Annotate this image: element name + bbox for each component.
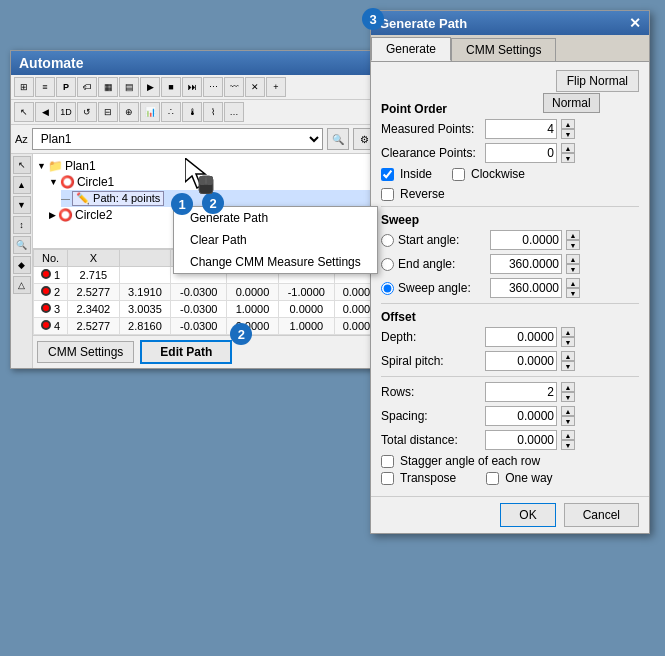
side-icon-2[interactable]: ▲ (13, 176, 31, 194)
point-order-label: Point Order (381, 102, 639, 116)
depth-row: Depth: ▲ ▼ (381, 327, 639, 347)
tab-generate[interactable]: Generate (371, 37, 451, 61)
sweep-angle-down[interactable]: ▼ (566, 288, 580, 298)
row-dot (41, 286, 51, 296)
dots2-icon[interactable]: ∴ (161, 102, 181, 122)
side-icon-6[interactable]: ◆ (13, 256, 31, 274)
start-angle-spinner: ▲ ▼ (566, 230, 580, 250)
cursor2-icon[interactable]: ⊕ (119, 102, 139, 122)
depth-label: Depth: (381, 330, 481, 344)
more-icon[interactable]: … (224, 102, 244, 122)
ok-button[interactable]: OK (500, 503, 555, 527)
dialog-close-button[interactable]: ✕ (629, 15, 641, 31)
depth-input[interactable] (485, 327, 557, 347)
side-icon-5[interactable]: 🔍 (13, 236, 31, 254)
total-distance-input[interactable] (485, 430, 557, 450)
stagger-checkbox[interactable] (381, 455, 394, 468)
end-angle-label: End angle: (398, 257, 455, 271)
flip-normal-button[interactable]: Flip Normal (556, 70, 639, 92)
spiral-pitch-down[interactable]: ▼ (561, 361, 575, 371)
sweep-angle-up[interactable]: ▲ (566, 278, 580, 288)
thermo-icon[interactable]: 🌡 (182, 102, 202, 122)
rows-up[interactable]: ▲ (561, 382, 575, 392)
sweep-angle-input[interactable] (490, 278, 562, 298)
cell-v1: 3.1910 (119, 284, 171, 301)
cancel-button[interactable]: Cancel (564, 503, 639, 527)
1d-btn[interactable]: 1D (56, 102, 76, 122)
start-angle-radio[interactable] (381, 234, 394, 247)
spiral-pitch-input[interactable] (485, 351, 557, 371)
measured-points-input[interactable] (485, 119, 557, 139)
one-way-checkbox[interactable] (486, 472, 499, 485)
step-icon[interactable]: ⏭ (182, 77, 202, 97)
start-angle-up[interactable]: ▲ (566, 230, 580, 240)
table2-icon[interactable]: ▤ (119, 77, 139, 97)
measured-points-down[interactable]: ▼ (561, 129, 575, 139)
side-icon-1[interactable]: ↖ (13, 156, 31, 174)
plan-dropdown[interactable]: Plan1 (32, 128, 323, 150)
sweep-label: Sweep (381, 213, 639, 227)
depth-up[interactable]: ▲ (561, 327, 575, 337)
end-angle-radio[interactable] (381, 258, 394, 271)
side-icon-3[interactable]: ▼ (13, 196, 31, 214)
inside-checkbox[interactable] (381, 168, 394, 181)
cell-v4: -1.0000 (278, 284, 334, 301)
rows-down[interactable]: ▼ (561, 392, 575, 402)
measured-points-up[interactable]: ▲ (561, 119, 575, 129)
cell-x: 2.5277 (68, 318, 120, 335)
stop-icon[interactable]: ■ (161, 77, 181, 97)
start-angle-input[interactable] (490, 230, 562, 250)
cmm-settings-button[interactable]: CMM Settings (37, 341, 134, 363)
depth-down[interactable]: ▼ (561, 337, 575, 347)
spiral-pitch-up[interactable]: ▲ (561, 351, 575, 361)
cell-v2: -0.0300 (171, 318, 227, 335)
svg-rect-2 (199, 176, 206, 185)
clearance-points-up[interactable]: ▲ (561, 143, 575, 153)
cross-icon[interactable]: ✕ (245, 77, 265, 97)
dialog-body: Flip Normal Point Order Measured Points:… (371, 62, 649, 496)
plus-icon[interactable]: + (266, 77, 286, 97)
end-angle-up[interactable]: ▲ (566, 254, 580, 264)
clockwise-checkbox[interactable] (452, 168, 465, 181)
loop-icon[interactable]: ↺ (77, 102, 97, 122)
spacing-up[interactable]: ▲ (561, 406, 575, 416)
tag-icon[interactable]: 🏷 (77, 77, 97, 97)
clearance-points-input[interactable] (485, 143, 557, 163)
context-clear-path[interactable]: Clear Path (174, 229, 377, 251)
spacing-label: Spacing: (381, 409, 481, 423)
dots-icon[interactable]: ⋯ (203, 77, 223, 97)
grid-icon[interactable]: ⊞ (14, 77, 34, 97)
bars-icon[interactable]: ⌇ (203, 102, 223, 122)
start-angle-down[interactable]: ▼ (566, 240, 580, 250)
end-angle-down[interactable]: ▼ (566, 264, 580, 274)
svg-rect-3 (206, 176, 213, 185)
cursor-icon[interactable]: ↖ (14, 102, 34, 122)
wave-icon[interactable]: 〰 (224, 77, 244, 97)
generate-path-dialog: Generate Path ✕ Generate CMM Settings Fl… (370, 10, 650, 534)
context-change-cmm[interactable]: Change CMM Measure Settings (174, 251, 377, 273)
play-icon[interactable]: ▶ (140, 77, 160, 97)
total-distance-down[interactable]: ▼ (561, 440, 575, 450)
p-btn[interactable]: P (56, 77, 76, 97)
transpose-checkbox[interactable] (381, 472, 394, 485)
side-icon-7[interactable]: △ (13, 276, 31, 294)
rows-input[interactable] (485, 382, 557, 402)
reverse-checkbox[interactable] (381, 188, 394, 201)
end-angle-input[interactable] (490, 254, 562, 274)
prev-icon[interactable]: ◀ (35, 102, 55, 122)
sweep-angle-radio[interactable] (381, 282, 394, 295)
spacing-input[interactable] (485, 406, 557, 426)
table-icon[interactable]: ▦ (98, 77, 118, 97)
spacing-down[interactable]: ▼ (561, 416, 575, 426)
start-angle-label: Start angle: (398, 233, 459, 247)
chart-icon[interactable]: 📊 (140, 102, 160, 122)
edit-path-button[interactable]: Edit Path (140, 340, 232, 364)
tab-cmm-settings[interactable]: CMM Settings (451, 38, 556, 61)
clearance-points-down[interactable]: ▼ (561, 153, 575, 163)
stagger-checkbox-row: Stagger angle of each row (381, 454, 639, 468)
side-icon-4[interactable]: ↕ (13, 216, 31, 234)
search-btn[interactable]: 🔍 (327, 128, 349, 150)
list-icon[interactable]: ≡ (35, 77, 55, 97)
total-distance-up[interactable]: ▲ (561, 430, 575, 440)
table3-icon[interactable]: ⊟ (98, 102, 118, 122)
